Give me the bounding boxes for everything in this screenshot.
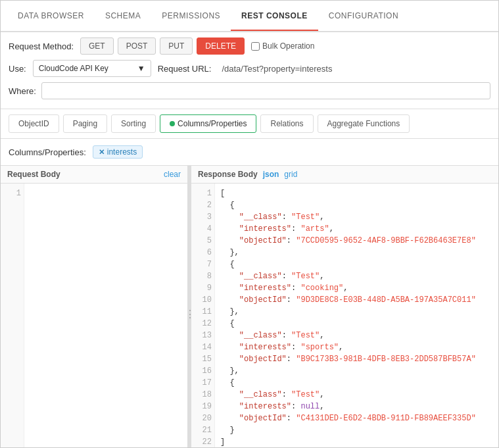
chevron-down-icon: ▼	[137, 64, 145, 73]
top-nav: DATA BROWSER SCHEMA PERMISSIONS REST CON…	[1, 1, 498, 32]
method-put-button[interactable]: PUT	[160, 37, 193, 55]
tag-label: interests	[107, 147, 137, 157]
request-body-panel: Request Body clear 1	[1, 166, 188, 448]
method-delete-button[interactable]: DELETE	[197, 37, 245, 55]
nav-permissions[interactable]: PERMISSIONS	[151, 2, 231, 31]
response-json-tab[interactable]: json	[263, 170, 279, 179]
request-line-numbers: 1	[1, 184, 24, 448]
tab-objectid[interactable]: ObjectID	[9, 114, 59, 133]
response-body-content: [ { "__class": "Test", "interests": "art…	[215, 184, 498, 448]
request-body-header: Request Body clear	[1, 166, 187, 184]
response-body-editor: 12345678910111213141516171819202122 [ { …	[191, 184, 498, 448]
method-post-button[interactable]: POST	[118, 37, 156, 55]
request-url-label: Request URL:	[158, 64, 212, 74]
bulk-checkbox[interactable]	[251, 42, 260, 51]
response-body-header: Response Body json grid	[191, 166, 498, 184]
request-body-title: Request Body	[7, 170, 60, 179]
use-row: Use: CloudCode API Key ▼ Request URL: /d…	[9, 60, 490, 77]
tag-close-icon[interactable]: ✕	[99, 148, 105, 157]
use-label: Use:	[9, 64, 26, 74]
where-input[interactable]	[41, 82, 490, 99]
bulk-label: Bulk Operation	[262, 41, 314, 51]
api-key-value: CloudCode API Key	[39, 64, 108, 73]
tab-relations[interactable]: Relations	[260, 114, 313, 133]
where-label: Where:	[9, 86, 36, 96]
tab-columns-properties[interactable]: Columns/Properties	[160, 114, 256, 133]
response-body-title: Response Body	[198, 170, 258, 179]
nav-data-browser[interactable]: DATA BROWSER	[7, 2, 95, 31]
tab-aggregate-functions[interactable]: Aggregate Functions	[318, 114, 410, 133]
nav-schema[interactable]: SCHEMA	[95, 2, 151, 31]
tabs-row: ObjectID Paging Sorting Columns/Properti…	[1, 109, 498, 139]
tab-active-dot	[170, 121, 175, 126]
method-get-button[interactable]: GET	[80, 37, 114, 55]
clear-button[interactable]: clear	[164, 170, 181, 179]
api-key-select[interactable]: CloudCode API Key ▼	[33, 60, 151, 77]
where-row: Where:	[9, 82, 490, 99]
body-panels: Request Body clear 1 ⋮ Response Body jso…	[1, 166, 498, 448]
tag-interests[interactable]: ✕ interests	[93, 145, 143, 159]
request-body-content[interactable]	[24, 184, 187, 448]
tab-sorting[interactable]: Sorting	[111, 114, 156, 133]
request-body-editor[interactable]: 1	[1, 184, 187, 448]
method-row: Request Method: GET POST PUT DELETE Bulk…	[9, 37, 490, 55]
columns-properties-row: Columns/Properties: ✕ interests	[1, 139, 498, 166]
nav-rest-console[interactable]: REST CONSOLE	[231, 2, 318, 31]
col-props-label: Columns/Properties:	[9, 147, 86, 157]
tab-paging[interactable]: Paging	[63, 114, 107, 133]
method-label: Request Method:	[9, 41, 74, 51]
bulk-operation-checkbox[interactable]: Bulk Operation	[251, 41, 314, 51]
nav-configuration[interactable]: CONFIGURATION	[318, 2, 409, 31]
request-url-value: /data/Test?property=interests	[222, 64, 332, 74]
response-line-numbers: 12345678910111213141516171819202122	[191, 184, 215, 448]
response-body-panel: Response Body json grid 1234567891011121…	[191, 166, 498, 448]
response-grid-tab[interactable]: grid	[284, 170, 297, 179]
method-section: Request Method: GET POST PUT DELETE Bulk…	[1, 32, 498, 109]
